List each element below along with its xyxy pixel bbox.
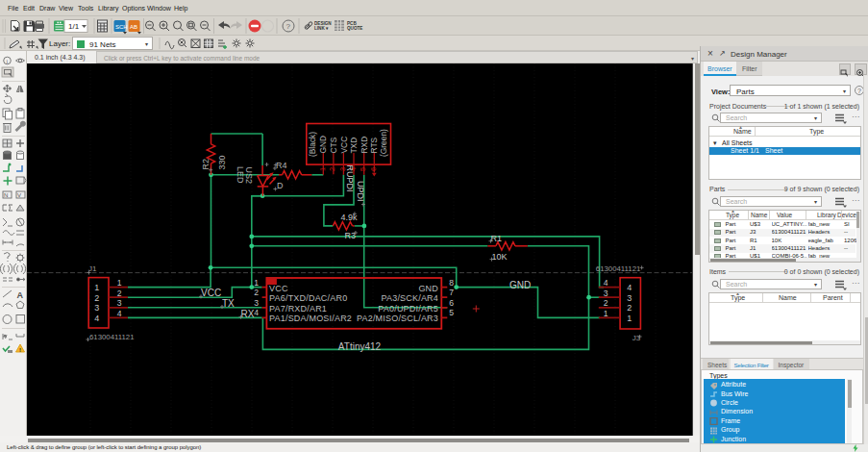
svg-text:2: 2	[627, 303, 632, 313]
svg-text:RUPDI: RUPDI	[345, 165, 355, 192]
svg-text:GND: GND	[318, 136, 328, 154]
svg-text:?: ?	[286, 22, 291, 31]
svg-text:1: 1	[117, 278, 122, 288]
svg-text:R2: R2	[201, 159, 211, 170]
svg-text:4: 4	[94, 314, 99, 323]
svg-text:5: 5	[449, 308, 454, 317]
svg-text:1/1: 1/1	[68, 22, 80, 31]
svg-text:3: 3	[254, 298, 259, 308]
svg-text:2: 2	[117, 289, 122, 298]
svg-text:TXD: TXD	[349, 138, 359, 154]
svg-text:4: 4	[254, 308, 259, 317]
svg-text:PA2/MISO/SCL/AR3: PA2/MISO/SCL/AR3	[357, 314, 438, 323]
svg-text:i: i	[6, 59, 8, 64]
svg-text:6: 6	[449, 298, 454, 308]
svg-text:2: 2	[254, 288, 259, 297]
svg-text:RTS: RTS	[369, 137, 379, 153]
svg-text:8: 8	[449, 278, 454, 288]
svg-text:LED: LED	[236, 166, 245, 184]
svg-text:2: 2	[604, 298, 608, 308]
svg-text:VCC: VCC	[269, 284, 288, 293]
svg-text:61300411121: 61300411121	[89, 333, 135, 341]
svg-text:D: D	[277, 181, 284, 190]
svg-text:RXD: RXD	[360, 137, 369, 154]
svg-text:7: 7	[449, 288, 454, 297]
svg-text:ATtiny412: ATtiny412	[338, 341, 382, 352]
svg-text:3: 3	[604, 289, 608, 298]
svg-text:2: 2	[94, 293, 99, 303]
svg-text:PA1/SDA/MOSI/AR2: PA1/SDA/MOSI/AR2	[269, 314, 352, 323]
svg-text:AB: AB	[130, 24, 137, 30]
svg-text:1: 1	[94, 283, 99, 292]
svg-text:PA7/RXD/AR1: PA7/RXD/AR1	[269, 304, 327, 314]
svg-text:PA6/TXD/DAC/AR0: PA6/TXD/DAC/AR0	[269, 293, 347, 303]
svg-text:GND: GND	[509, 280, 531, 290]
svg-text:10K: 10K	[492, 252, 508, 262]
svg-text:J1: J1	[88, 264, 97, 273]
svg-text:CTS: CTS	[329, 137, 338, 153]
svg-text:!: !	[19, 347, 21, 353]
svg-text:330: 330	[217, 155, 227, 169]
svg-text:UPDI: UPDI	[356, 181, 365, 202]
svg-text:PA0/UPDI/AR5: PA0/UPDI/AR5	[378, 304, 438, 314]
svg-text:5: 5	[359, 167, 367, 171]
svg-text:N: N	[4, 192, 8, 198]
svg-text:PA3/SCK/AR4: PA3/SCK/AR4	[381, 293, 438, 303]
svg-text:RX: RX	[241, 309, 255, 319]
svg-text:GND: GND	[418, 284, 438, 293]
svg-text:4: 4	[117, 309, 122, 318]
svg-text:1: 1	[627, 314, 632, 323]
svg-text:R1: R1	[491, 234, 503, 243]
svg-text:US2: US2	[244, 167, 254, 185]
svg-text:6: 6	[369, 167, 378, 171]
svg-text:SCH: SCH	[115, 24, 128, 30]
svg-text:3: 3	[94, 303, 99, 313]
svg-text:(Green): (Green)	[379, 129, 388, 157]
svg-text:1: 1	[604, 309, 608, 318]
svg-text:V: V	[17, 192, 21, 198]
svg-text:QUOTE: QUOTE	[347, 26, 362, 31]
svg-text:3: 3	[117, 298, 122, 308]
svg-text:VCC: VCC	[339, 137, 349, 154]
svg-text:(Black): (Black)	[308, 132, 317, 157]
svg-text:61300411121: 61300411121	[596, 264, 641, 273]
svg-text:2: 2	[328, 167, 336, 171]
svg-text:VCC: VCC	[201, 288, 221, 298]
svg-text:R4: R4	[276, 161, 287, 170]
svg-text:1: 1	[254, 278, 259, 288]
svg-text:3: 3	[627, 293, 632, 303]
svg-text:4: 4	[627, 283, 632, 292]
svg-text:4: 4	[604, 278, 608, 288]
svg-text:LINK ▾: LINK ▾	[314, 26, 329, 31]
svg-text:A: A	[17, 290, 24, 300]
svg-text:1: 1	[318, 167, 327, 171]
